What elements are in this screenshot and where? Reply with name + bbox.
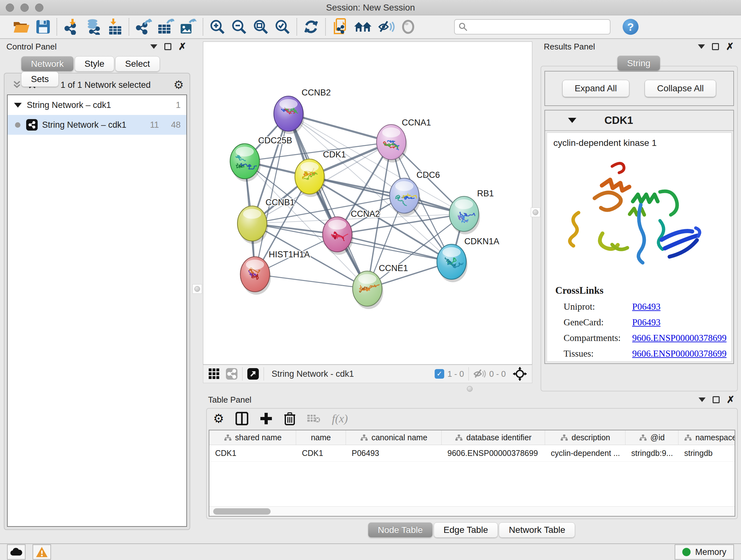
hidden-count: 0 - 0 [489,369,506,379]
clone-network-icon[interactable] [332,19,348,35]
memory-button[interactable]: Memory [675,544,734,560]
tab-network[interactable]: Network [21,56,74,71]
right-splitter-handle[interactable] [531,207,540,217]
save-session-icon[interactable] [36,19,51,35]
network-row[interactable]: String Network – cdk1 11 48 [8,115,186,135]
scrollbar-thumb[interactable] [213,508,271,515]
apply-layout-icon[interactable] [303,19,319,35]
column-header-database-identifier[interactable]: database identifier [442,430,545,445]
warning-status-button[interactable] [32,544,51,560]
add-column-icon[interactable] [260,412,273,425]
fit-content-icon[interactable] [253,19,269,35]
tab-select[interactable]: Select [115,56,160,71]
column-header--id[interactable]: @id [625,430,678,445]
panel-close-icon[interactable]: ✗ [726,42,734,51]
panel-close-icon[interactable]: ✗ [179,42,186,51]
table-cell: CDK1 [296,445,346,461]
network-node-CDKN1A[interactable] [437,244,468,282]
network-node-CCNB2[interactable] [274,96,305,134]
import-network-file-icon[interactable] [63,19,79,35]
crosslink-link[interactable]: 9606.ENSP00000378699 [632,348,727,359]
network-node-RB1[interactable] [449,196,480,234]
toolbar-separator [129,18,129,36]
crosslink-link[interactable]: P06493 [632,317,661,327]
network-edge[interactable] [255,274,367,289]
network-node-CDC6[interactable] [390,178,420,216]
network-graph[interactable]: CCNB2CCNA1CDC25BCDK1CDC6RB1CCNB1CCNA2CDK… [203,42,532,364]
gene-entry-header[interactable]: CDK1 [545,111,733,131]
panel-float-icon[interactable] [712,43,719,50]
cloud-status-button[interactable] [7,544,25,560]
node-label-CDK1: CDK1 [323,150,346,159]
tab-style[interactable]: Style [75,56,114,71]
column-header-name[interactable]: name [296,430,346,445]
hierarchy-icon [639,434,647,441]
export-image-icon[interactable] [180,19,197,35]
table-options-gear-icon[interactable]: ⚙ [213,412,224,426]
tab-sets[interactable]: Sets [21,71,59,87]
expand-all-button[interactable]: Expand All [562,80,629,97]
collapse-all-icon[interactable] [11,80,22,90]
preview-disabled-icon[interactable] [401,19,415,35]
home-icon[interactable] [354,19,372,35]
tab-network-table[interactable]: Network Table [499,522,575,538]
help-icon[interactable]: ? [623,19,638,35]
selected-count-checkbox-icon[interactable]: ✓ [434,369,444,379]
birds-eye-view-icon[interactable] [247,368,259,380]
hide-panel-eye-icon[interactable] [378,19,395,35]
tab-edge-table[interactable]: Edge Table [434,522,498,538]
tab-node-table[interactable]: Node Table [368,522,433,538]
network-node-CDK1[interactable] [295,159,326,197]
network-node-CCNE1[interactable] [353,271,383,309]
function-builder-icon[interactable]: f(x) [332,412,348,425]
network-node-CCNB1[interactable] [238,206,268,244]
import-table-file-icon[interactable] [108,19,123,35]
column-header-namespace[interactable]: namespace [678,430,735,445]
panel-menu-caret-icon[interactable] [698,44,705,49]
entry-collapse-caret-icon[interactable] [568,118,576,123]
network-node-CCNA1[interactable] [377,125,407,163]
panel-menu-caret-icon[interactable] [150,44,157,49]
zoom-out-icon[interactable] [231,19,247,35]
panel-menu-caret-icon[interactable] [698,397,705,402]
panel-float-icon[interactable] [713,396,720,403]
panel-float-icon[interactable] [164,43,172,50]
share-view-icon[interactable] [226,368,238,380]
network-node-CCNA2[interactable] [323,217,353,255]
column-header-description[interactable]: description [545,430,625,445]
zoom-selected-icon[interactable] [274,19,290,35]
network-edge[interactable] [288,114,367,289]
export-network-icon[interactable] [135,19,152,35]
network-canvas[interactable]: CCNB2CCNA1CDC25BCDK1CDC6RB1CCNB1CCNA2CDK… [203,42,532,365]
show-columns-icon[interactable] [235,412,248,425]
crosslinks-section: CrossLinks Uniprot:P06493GeneCard:P06493… [555,285,731,362]
crosslink-link[interactable]: 9606.ENSP00000378699 [632,333,727,343]
table-empty-area [209,462,735,506]
column-header-shared-name[interactable]: shared name [209,430,296,445]
panel-close-icon[interactable]: ✗ [727,395,735,405]
network-collection-row[interactable]: String Network – cdk1 1 [8,95,186,115]
column-header-canonical-name[interactable]: canonical name [346,430,442,445]
search-input[interactable] [468,22,602,32]
open-session-icon[interactable] [13,19,30,35]
center-view-crosshair-icon[interactable] [513,367,527,381]
delete-table-icon[interactable] [307,414,320,424]
network-status-dot [15,122,20,128]
hidden-eye-icon[interactable] [473,368,486,379]
results-panel: Results Panel ✗ String Expand All Collap… [539,40,739,393]
import-network-database-icon[interactable] [85,19,102,35]
tree-caret-icon[interactable] [14,103,22,108]
zoom-in-icon[interactable] [209,19,225,35]
left-splitter-handle[interactable] [192,284,202,294]
delete-column-icon[interactable] [284,412,295,425]
crosslink-link[interactable]: P06493 [632,301,661,312]
table-row[interactable]: CDK1CDK1P064939606.ENSP00000378699cyclin… [209,445,735,462]
grid-view-icon[interactable] [208,368,220,380]
export-table-icon[interactable] [158,19,174,35]
collapse-all-button[interactable]: Collapse All [645,80,716,97]
cloud-icon [10,547,23,557]
network-node-HIST1H1A[interactable] [240,257,271,295]
bottom-splitter-handle[interactable] [465,384,475,394]
crosslink-label: Uniprot: [563,301,632,312]
tab-string[interactable]: String [617,56,660,71]
